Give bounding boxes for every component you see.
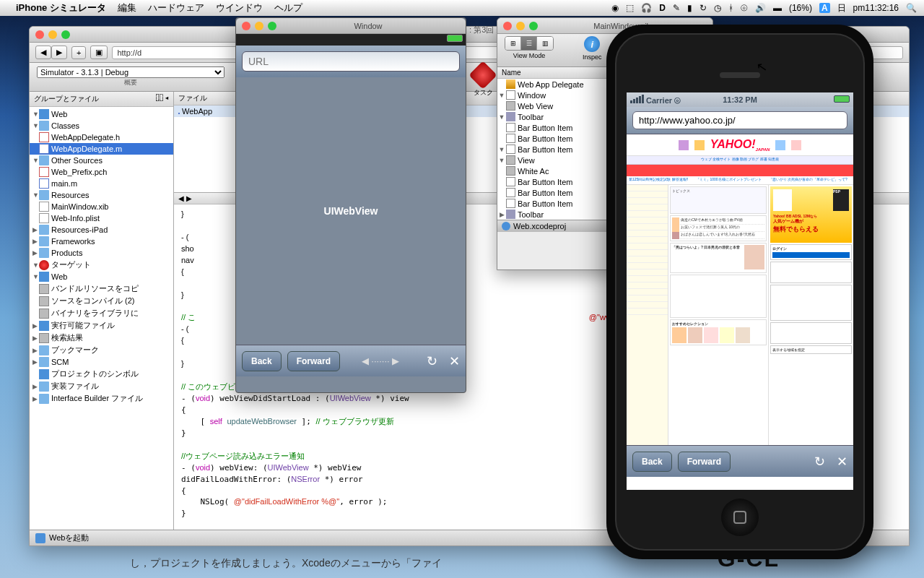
yahoo-ad[interactable]: PSP Yahoo! BB ADSL 12Mなら 人気ゲーム機が 無料でもらえる [770, 186, 852, 243]
url-input[interactable] [242, 51, 460, 72]
zoom-icon[interactable] [61, 30, 70, 39]
volume-icon[interactable]: 🔊 [755, 3, 766, 13]
zoom-icon[interactable] [268, 22, 276, 30]
app-menu[interactable]: iPhone シミュレータ [16, 1, 106, 14]
tree-row[interactable]: ▼Other Sources [30, 155, 173, 166]
toolbar-button[interactable]: ▣ [90, 46, 108, 59]
tree-row[interactable]: ▶Resources-iPad [30, 224, 173, 236]
browser-url-input[interactable] [632, 111, 847, 129]
tree-row[interactable]: main.m [30, 178, 173, 189]
minimize-icon[interactable] [255, 22, 263, 30]
close-icon[interactable] [35, 30, 44, 39]
battery-icon [834, 95, 850, 103]
yahoo-logo[interactable]: YAHOO!JAPAN [710, 138, 770, 152]
battery-icon [447, 35, 463, 42]
tree-row[interactable]: バイナリをライブラリに [30, 307, 173, 319]
reload-icon[interactable]: ↻ [814, 454, 825, 470]
yahoo-banner[interactable] [627, 165, 853, 176]
tree-row[interactable]: WebAppDelegate.m [30, 143, 173, 155]
tree-row[interactable]: ▶Frameworks [30, 236, 173, 247]
minimize-icon[interactable] [516, 22, 525, 30]
tree-row[interactable]: ▼Classes [30, 120, 173, 131]
inspector-label: Inspec [583, 53, 602, 61]
ib-preview-window: Window UIWebView Back Forward ◀ ∙∙∙∙∙∙∙ … [235, 17, 466, 393]
back-button[interactable]: Back [242, 351, 282, 371]
speaker [720, 72, 760, 78]
input-source-icon[interactable]: A [819, 3, 830, 13]
simulator-toolbar: Back Forward ↻ ✕ [627, 445, 853, 477]
tree-row[interactable]: バンドルリソースをコピ [30, 282, 173, 295]
view-mode-segment[interactable]: ⊞☰▥ [505, 36, 554, 51]
groups-header: グループとファイル [34, 94, 99, 104]
reload-icon[interactable]: ↻ [427, 353, 437, 369]
dropbox-icon[interactable]: ⬚ [626, 3, 634, 13]
menu-help[interactable]: ヘルプ [274, 1, 302, 14]
tree-row[interactable]: ▼Web [30, 271, 173, 282]
close-icon[interactable] [503, 22, 512, 30]
yahoo-main[interactable]: トピックス 偽造のCMで木村カエラが歌う曲 PV総 お笑いフェスで清打舞う美人 … [668, 185, 768, 445]
tree-row[interactable]: Web_Prefix.pch [30, 166, 173, 178]
view-mode-label: View Mode [513, 52, 545, 59]
yahoo-sidebar[interactable] [627, 185, 668, 445]
inspector-icon[interactable]: i [584, 36, 600, 52]
yahoo-nav[interactable]: ウェブ 全検サイト 画像 動画 ブログ 辞書 知恵袋 [627, 156, 853, 165]
menu-edit[interactable]: 編集 [118, 1, 136, 14]
menu-hardware[interactable]: ハードウェア [148, 1, 204, 14]
wifi-icon[interactable]: ⦾ [741, 3, 748, 13]
tree-row[interactable]: ▶Interface Builder ファイル [30, 392, 173, 405]
toolbar-button[interactable]: + [71, 46, 86, 59]
tree-row[interactable]: MainWindow.xib [30, 201, 173, 212]
tree-row[interactable]: Web-Info.plist [30, 212, 173, 224]
spotlight-icon[interactable]: 🔍 [906, 3, 917, 13]
nav-back-button[interactable]: ◀ [35, 46, 51, 59]
close-icon[interactable] [242, 22, 250, 30]
tree-row[interactable]: ▼Web [30, 108, 173, 120]
status-icon [35, 533, 45, 543]
clock-icon[interactable]: ◷ [714, 3, 721, 13]
tree-row[interactable]: ▶Products [30, 247, 173, 259]
tree-row[interactable]: ▼ターゲット [30, 259, 173, 271]
tree-row[interactable]: ▶実行可能ファイル [30, 319, 173, 332]
bluetooth-icon[interactable]: ᚼ [728, 3, 733, 13]
tree-row[interactable]: ソースをコンパイル (2) [30, 295, 173, 307]
headphones-icon[interactable]: 🎧 [641, 3, 652, 13]
menuextra-icon[interactable]: ◉ [611, 3, 619, 13]
status-bar: Carrier ⦾ 11:32 PM [627, 92, 853, 107]
build-config-select[interactable]: Simulator - 3.1.3 | Debug [37, 66, 225, 78]
tree-row[interactable]: プロジェクトのシンボル [30, 368, 173, 380]
clock-time: pm11:32:16 [853, 3, 899, 13]
minimize-icon[interactable] [48, 30, 57, 39]
task-icon[interactable]: タスク [473, 65, 493, 98]
tree-row[interactable]: ▶検索結果 [30, 332, 173, 344]
tree-row[interactable]: ▶ブックマーク [30, 344, 173, 356]
sync-icon[interactable]: ↻ [699, 3, 707, 13]
battery-icon[interactable]: ▬ [773, 3, 782, 13]
background-document-text: し，プロジェクトを作成しましょう。Xcodeのメニューから「ファイ [130, 555, 442, 571]
camera-icon[interactable]: ▮ [687, 3, 692, 13]
project-name[interactable]: Web.xcodeproj [513, 222, 566, 230]
yahoo-right[interactable]: PSP Yahoo! BB ADSL 12Mなら 人気ゲーム機が 無料でもらえる… [768, 185, 853, 445]
stop-icon[interactable]: ✕ [837, 454, 847, 470]
project-icon [502, 222, 510, 230]
nav-forward-button[interactable]: ▶ [51, 46, 67, 59]
evernote-icon[interactable]: ✎ [673, 3, 680, 13]
clock-day: 日 [837, 2, 846, 14]
tree-row[interactable]: ▶SCM [30, 356, 173, 368]
zoom-icon[interactable] [529, 22, 538, 30]
status-text: Webを起動 [49, 532, 89, 543]
iphone-simulator: Carrier ⦾ 11:32 PM YAHOO!JAPAN ウェブ 全検サイト… [606, 25, 873, 559]
window-title: Window [276, 22, 460, 30]
forward-button[interactable]: Forward [287, 351, 340, 371]
sim-forward-button[interactable]: Forward [678, 452, 731, 472]
home-button[interactable] [721, 499, 759, 536]
sim-back-button[interactable]: Back [632, 452, 672, 472]
tree-row[interactable]: ▼Resources [30, 189, 173, 201]
web-content[interactable]: YAHOO!JAPAN ウェブ 全検サイト 画像 動画 ブログ 辞書 知恵袋 第… [627, 134, 853, 445]
menu-window[interactable]: ウインドウ [216, 1, 263, 14]
flexible-space: ◀ ∙∙∙∙∙∙∙ ▶ [346, 355, 415, 366]
d-icon[interactable]: D [659, 3, 666, 13]
wifi-icon: ⦾ [674, 96, 681, 105]
tree-row[interactable]: ▶実装ファイル [30, 380, 173, 392]
tree-row[interactable]: WebAppDelegate.h [30, 131, 173, 143]
stop-icon[interactable]: ✕ [449, 353, 460, 369]
